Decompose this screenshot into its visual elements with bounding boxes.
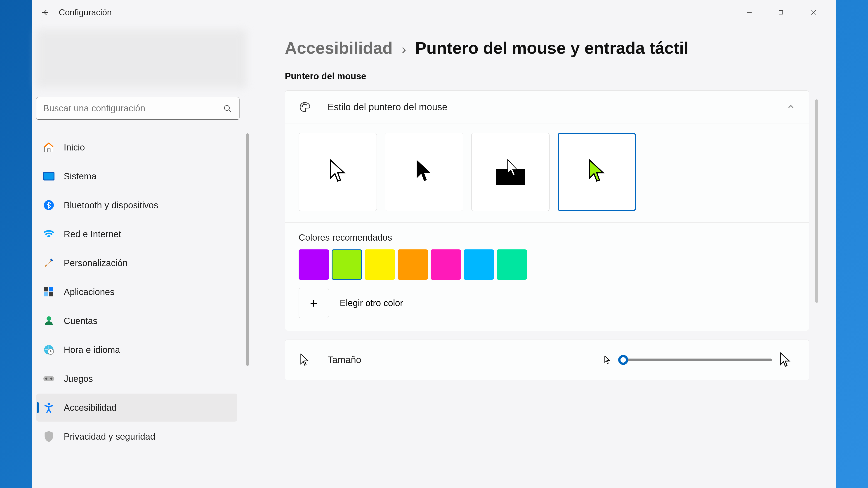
- section-heading-pointer: Puntero del mouse: [285, 71, 809, 81]
- color-swatch-cyan[interactable]: [464, 250, 494, 280]
- svg-rect-3: [44, 173, 54, 180]
- nav-label: Privacidad y seguridad: [64, 431, 155, 442]
- svg-rect-19: [496, 169, 525, 185]
- svg-point-14: [51, 378, 53, 380]
- cursor-icon: [299, 354, 311, 366]
- window-controls: [735, 3, 830, 22]
- recommended-colors-block: Colores recomendados + Elegir otro color: [285, 222, 809, 331]
- svg-point-9: [46, 316, 51, 321]
- pointer-size-row: Tamaño: [285, 340, 809, 380]
- size-slider-group: [604, 352, 791, 367]
- color-swatch-purple[interactable]: [299, 250, 329, 280]
- back-button[interactable]: [38, 6, 52, 19]
- main-content: Accesibilidad › Puntero del mouse y entr…: [258, 25, 836, 488]
- pointer-style-custom[interactable]: [558, 133, 636, 211]
- svg-rect-7: [44, 292, 49, 296]
- nav-privacidad[interactable]: Privacidad y seguridad: [36, 422, 237, 451]
- nav-juegos[interactable]: Juegos: [36, 365, 237, 393]
- cursor-black-icon: [415, 159, 433, 185]
- svg-rect-5: [44, 287, 49, 291]
- svg-rect-12: [43, 376, 54, 381]
- color-swatch-yellow[interactable]: [365, 250, 395, 280]
- pointer-style-header[interactable]: Estilo del puntero del mouse: [285, 91, 809, 124]
- svg-point-1: [224, 105, 229, 110]
- titlebar: Configuración: [32, 0, 836, 25]
- svg-rect-8: [49, 292, 53, 296]
- home-icon: [43, 141, 55, 153]
- recommended-colors-heading: Colores recomendados: [299, 232, 796, 242]
- accessibility-icon: [43, 402, 55, 414]
- clock-globe-icon: [43, 344, 55, 356]
- pointer-style-inverted[interactable]: [471, 133, 550, 211]
- nav-label: Accesibilidad: [64, 402, 116, 413]
- color-swatch-magenta[interactable]: [431, 250, 461, 280]
- nav-aplicaciones[interactable]: Aplicaciones: [36, 278, 237, 306]
- pointer-style-card: Estilo del puntero del mouse: [285, 90, 809, 331]
- minimize-button[interactable]: [735, 3, 766, 22]
- search-icon: [223, 104, 232, 114]
- svg-rect-0: [779, 11, 782, 14]
- color-swatch-orange[interactable]: [398, 250, 428, 280]
- maximize-button[interactable]: [766, 3, 798, 22]
- chevron-up-icon: [786, 102, 796, 112]
- cursor-inverted-icon: [492, 158, 528, 186]
- wifi-icon: [43, 228, 55, 240]
- gamepad-icon: [43, 373, 55, 385]
- svg-point-13: [45, 378, 47, 380]
- sidebar: Inicio Sistema Bluetooth y dispositivos …: [32, 25, 258, 488]
- nav-label: Personalización: [64, 258, 127, 268]
- bluetooth-icon: [43, 199, 55, 211]
- size-slider[interactable]: [618, 359, 772, 361]
- nav-label: Sistema: [64, 171, 96, 182]
- maximize-icon: [778, 9, 784, 15]
- apps-icon: [43, 286, 55, 298]
- app-title: Configuración: [59, 8, 112, 18]
- content-scrollbar[interactable]: [815, 99, 818, 303]
- plus-icon: +: [310, 295, 318, 311]
- nav-sistema[interactable]: Sistema: [36, 162, 237, 190]
- user-account-block[interactable]: [36, 29, 246, 88]
- choose-color-button[interactable]: +: [299, 288, 329, 318]
- arrow-left-icon: [40, 7, 50, 18]
- nav-inicio[interactable]: Inicio: [36, 133, 237, 161]
- svg-rect-6: [49, 287, 53, 291]
- nav-red[interactable]: Red e Internet: [36, 220, 237, 248]
- nav-label: Cuentas: [64, 316, 97, 326]
- nav-label: Inicio: [64, 142, 85, 153]
- settings-window: Configuración Inicio Siste: [32, 0, 836, 488]
- color-swatch-teal[interactable]: [497, 250, 527, 280]
- choose-color-row: + Elegir otro color: [299, 288, 796, 318]
- nav-label: Bluetooth y dispositivos: [64, 200, 158, 210]
- shield-icon: [43, 431, 55, 442]
- nav-cuentas[interactable]: Cuentas: [36, 307, 237, 335]
- svg-point-16: [302, 105, 303, 107]
- chevron-right-icon: ›: [402, 41, 406, 57]
- search-box: [36, 97, 240, 120]
- pointer-style-white[interactable]: [299, 133, 377, 211]
- pointer-style-black[interactable]: [385, 133, 463, 211]
- search-input[interactable]: [36, 97, 240, 120]
- breadcrumb-parent[interactable]: Accesibilidad: [285, 38, 393, 58]
- nav-personalizacion[interactable]: Personalización: [36, 249, 237, 277]
- nav-accesibilidad[interactable]: Accesibilidad: [36, 394, 237, 422]
- slider-thumb[interactable]: [618, 355, 628, 365]
- cursor-custom-icon: [588, 159, 606, 185]
- cursor-small-icon: [604, 356, 611, 364]
- svg-point-15: [48, 402, 50, 405]
- pointer-style-label: Estilo del puntero del mouse: [328, 102, 447, 112]
- brush-icon: [43, 257, 55, 269]
- color-swatches: [299, 250, 796, 280]
- pointer-size-card: Tamaño: [285, 339, 809, 380]
- person-icon: [43, 315, 55, 327]
- svg-point-17: [303, 104, 305, 105]
- nav-bluetooth[interactable]: Bluetooth y dispositivos: [36, 191, 237, 219]
- sidebar-scrollbar[interactable]: [246, 133, 249, 366]
- cursor-white-icon: [329, 159, 346, 185]
- nav-label: Aplicaciones: [64, 287, 115, 297]
- color-swatch-lime[interactable]: [332, 250, 362, 280]
- nav-hora-idioma[interactable]: Hora e idioma: [36, 336, 237, 364]
- size-label: Tamaño: [328, 355, 361, 365]
- close-button[interactable]: [798, 3, 830, 22]
- close-icon: [810, 8, 817, 16]
- svg-point-18: [306, 104, 307, 105]
